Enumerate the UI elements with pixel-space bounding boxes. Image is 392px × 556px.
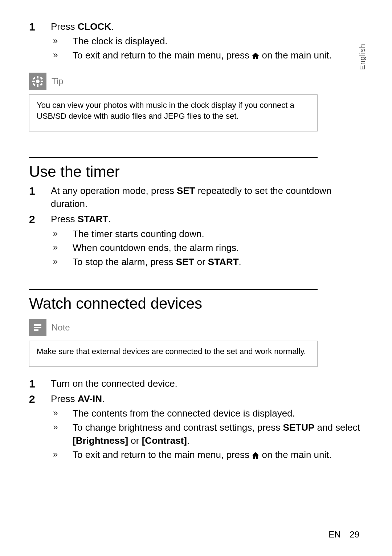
timer-steps: 1 At any operation mode, press SET repea… <box>29 184 367 268</box>
result-bullet: » <box>53 448 58 460</box>
result-exit-main-menu: » To exit and return to the main menu, p… <box>51 49 367 62</box>
svg-rect-10 <box>34 327 41 328</box>
result-text: The timer starts counting down. <box>73 228 204 239</box>
result-bullet: » <box>53 227 58 240</box>
step-press-avin: 2 Press AV-IN. » The contents from the c… <box>29 392 367 462</box>
footer-lang: EN <box>328 529 340 539</box>
step-number: 2 <box>29 391 35 407</box>
note-icon <box>29 319 46 336</box>
result-text-b: on the main unit. <box>262 449 332 460</box>
tip-icon <box>29 73 46 90</box>
step-turn-on-device: 1 Turn on the connected device. <box>29 377 367 390</box>
svg-rect-2 <box>37 84 38 87</box>
home-icon <box>252 49 259 62</box>
key-start: START <box>78 214 109 224</box>
result-bullet: » <box>53 241 58 253</box>
svg-rect-1 <box>37 76 38 78</box>
result-contents-displayed: » The contents from the connected device… <box>51 407 367 420</box>
heading-use-timer: Use the timer <box>29 157 318 180</box>
result-text-a: To stop the alarm, press <box>73 256 176 267</box>
key-set: SET <box>177 185 195 196</box>
step-text-a: At any operation mode, press <box>51 185 177 196</box>
step-text-suffix: . <box>108 214 111 224</box>
svg-rect-11 <box>34 329 38 331</box>
step-press-start: 2 Press START. » The timer starts counti… <box>29 212 367 268</box>
svg-rect-3 <box>32 81 35 82</box>
option-brightness: [Brightness] <box>73 435 128 446</box>
option-contrast: [Contrast] <box>142 435 187 446</box>
result-text: The contents from the connected device i… <box>73 408 295 419</box>
key-set: SET <box>176 256 195 267</box>
result-bullet: » <box>53 421 58 433</box>
svg-rect-6 <box>40 83 43 86</box>
tip-label: Tip <box>52 76 63 86</box>
step-text-prefix: Press <box>51 21 78 32</box>
svg-rect-8 <box>40 77 43 80</box>
result-countdown-start: » The timer starts counting down. <box>51 227 367 240</box>
tip-body: You can view your photos with music in t… <box>29 94 318 131</box>
result-text-end: . <box>187 435 189 446</box>
tip-callout: Tip You can view your photos with music … <box>29 73 318 131</box>
svg-rect-4 <box>41 81 43 82</box>
result-text-a: To change brightness and contrast settin… <box>73 422 283 433</box>
result-exit-main-menu: » To exit and return to the main menu, p… <box>51 448 367 462</box>
result-text-mid: or <box>194 256 208 267</box>
step-text-prefix: Press <box>51 393 78 404</box>
page-footer: EN 29 <box>328 529 359 540</box>
result-text-a: To exit and return to the main menu, pre… <box>73 50 252 61</box>
tip-header: Tip <box>29 73 318 90</box>
result-bullet: » <box>53 255 58 268</box>
result-text: The clock is displayed. <box>73 36 168 46</box>
result-change-brightness: » To change brightness and contrast sett… <box>51 421 367 447</box>
note-header: Note <box>29 319 318 336</box>
page-content: 1 Press CLOCK. » The clock is displayed.… <box>0 0 392 462</box>
key-setup: SETUP <box>283 422 315 433</box>
result-bullet: » <box>53 35 58 47</box>
note-label: Note <box>52 322 70 333</box>
result-text: When countdown ends, the alarm rings. <box>73 242 239 253</box>
note-body: Make sure that external devices are conn… <box>29 341 318 367</box>
svg-point-0 <box>36 80 40 83</box>
result-text-end: . <box>239 256 241 267</box>
result-text-a: To exit and return to the main menu, pre… <box>73 449 252 460</box>
clock-steps: 1 Press CLOCK. » The clock is displayed.… <box>29 20 367 62</box>
step-number: 2 <box>29 212 35 227</box>
key-start: START <box>208 256 239 267</box>
result-alarm-rings: » When countdown ends, the alarm rings. <box>51 241 367 254</box>
watch-results: » The contents from the connected device… <box>51 407 367 462</box>
result-bullet: » <box>53 49 58 61</box>
footer-page-number: 29 <box>350 529 359 539</box>
svg-rect-9 <box>34 324 41 326</box>
key-avin: AV-IN <box>78 393 102 404</box>
note-callout: Note Make sure that external devices are… <box>29 319 318 367</box>
step-text-prefix: Press <box>51 214 78 224</box>
result-clock-displayed: » The clock is displayed. <box>51 35 367 48</box>
step-set-duration: 1 At any operation mode, press SET repea… <box>29 184 367 211</box>
step-number: 1 <box>29 19 35 35</box>
svg-rect-5 <box>33 77 36 80</box>
home-icon <box>252 449 259 462</box>
result-text-b: and select <box>314 422 360 433</box>
heading-watch-devices: Watch connected devices <box>29 289 318 312</box>
watch-steps: 1 Turn on the connected device. 2 Press … <box>29 377 367 462</box>
timer-results: » The timer starts counting down. » When… <box>51 227 367 268</box>
result-text-b: on the main unit. <box>262 50 332 61</box>
step-text-suffix: . <box>102 393 105 404</box>
step-number: 1 <box>29 376 35 391</box>
step-text: Turn on the connected device. <box>51 378 177 389</box>
result-text-mid: or <box>128 435 142 446</box>
result-stop-alarm: » To stop the alarm, press SET or START. <box>51 255 367 268</box>
clock-results: » The clock is displayed. » To exit and … <box>51 35 367 62</box>
step-press-clock: 1 Press CLOCK. » The clock is displayed.… <box>29 20 367 62</box>
key-clock: CLOCK <box>78 21 111 32</box>
step-text-suffix: . <box>111 21 114 32</box>
step-number: 1 <box>29 183 35 199</box>
result-bullet: » <box>53 407 58 419</box>
svg-rect-7 <box>33 83 36 86</box>
